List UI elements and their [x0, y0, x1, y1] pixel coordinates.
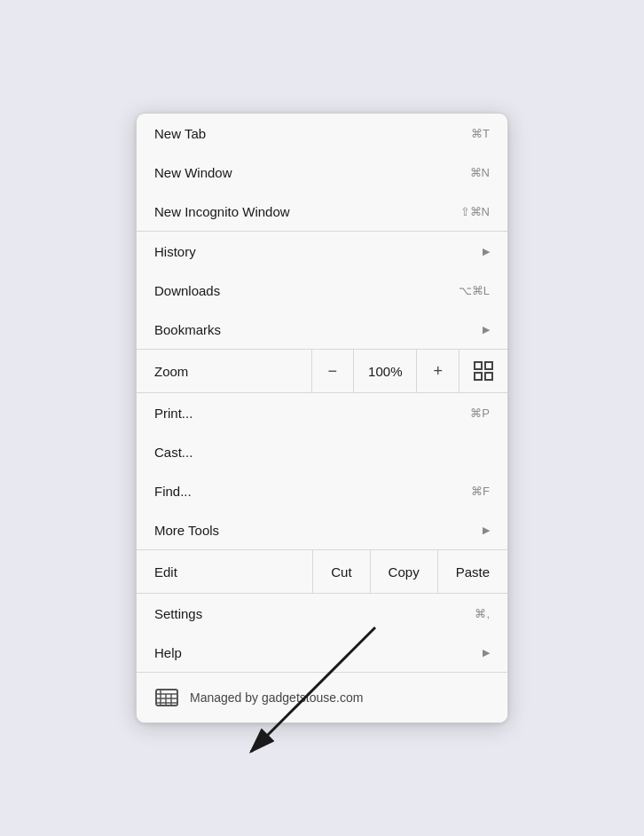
- section-nav: History ▶ Downloads ⌥⌘L Bookmarks ▶: [137, 232, 507, 350]
- menu-item-new-tab[interactable]: New Tab ⌘T: [137, 114, 507, 153]
- zoom-fullscreen-button[interactable]: [459, 350, 507, 392]
- fullscreen-icon: [474, 361, 493, 381]
- help-label: Help: [154, 645, 182, 660]
- menu-item-downloads[interactable]: Downloads ⌥⌘L: [137, 271, 507, 310]
- zoom-value: 100%: [354, 350, 417, 392]
- cast-label: Cast...: [154, 445, 192, 460]
- copy-button[interactable]: Copy: [371, 550, 438, 593]
- menu-item-new-incognito[interactable]: New Incognito Window ⇧⌘N: [137, 192, 507, 231]
- settings-shortcut: ⌘,: [475, 607, 490, 620]
- zoom-label[interactable]: Zoom: [137, 350, 312, 392]
- managed-icon: [154, 685, 179, 710]
- print-shortcut: ⌘P: [470, 406, 490, 420]
- new-window-shortcut: ⌘N: [470, 166, 490, 179]
- history-arrow-icon: ▶: [483, 246, 490, 257]
- history-label: History: [154, 244, 196, 259]
- more-tools-label: More Tools: [154, 523, 219, 538]
- menu-item-settings[interactable]: Settings ⌘,: [137, 594, 507, 633]
- menu-item-history[interactable]: History ▶: [137, 232, 507, 271]
- svg-rect-3: [485, 373, 492, 380]
- menu-item-cast[interactable]: Cast...: [137, 432, 507, 471]
- menu-item-new-window[interactable]: New Window ⌘N: [137, 153, 507, 192]
- menu-item-more-tools[interactable]: More Tools ▶: [137, 510, 507, 549]
- new-incognito-label: New Incognito Window: [154, 204, 290, 219]
- find-shortcut: ⌘F: [471, 485, 490, 498]
- svg-rect-0: [475, 362, 482, 369]
- edit-label[interactable]: Edit: [137, 550, 313, 593]
- downloads-label: Downloads: [154, 283, 220, 298]
- managed-text: Managed by gadgetstouse.com: [190, 690, 363, 705]
- section-new: New Tab ⌘T New Window ⌘N New Incognito W…: [137, 114, 507, 232]
- cut-button[interactable]: Cut: [313, 550, 370, 593]
- edit-row: Edit Cut Copy Paste: [137, 550, 507, 594]
- managed-row: Managed by gadgetstouse.com: [137, 673, 507, 722]
- menu-item-print[interactable]: Print... ⌘P: [137, 393, 507, 432]
- menu-item-help[interactable]: Help ▶: [137, 633, 507, 672]
- print-label: Print...: [154, 406, 192, 421]
- new-tab-label: New Tab: [154, 126, 206, 141]
- bookmarks-label: Bookmarks: [154, 322, 221, 337]
- settings-label: Settings: [154, 606, 202, 621]
- find-label: Find...: [154, 484, 192, 499]
- svg-rect-2: [475, 373, 482, 380]
- new-incognito-shortcut: ⇧⌘N: [460, 205, 490, 218]
- zoom-minus-button[interactable]: −: [312, 350, 355, 392]
- menu-item-bookmarks[interactable]: Bookmarks ▶: [137, 310, 507, 349]
- chrome-menu: New Tab ⌘T New Window ⌘N New Incognito W…: [136, 113, 508, 723]
- downloads-shortcut: ⌥⌘L: [459, 284, 490, 297]
- zoom-plus-button[interactable]: +: [417, 350, 459, 392]
- paste-button[interactable]: Paste: [438, 550, 507, 593]
- section-settings: Settings ⌘, Help ▶: [137, 594, 507, 673]
- help-arrow-icon: ▶: [483, 647, 490, 659]
- bookmarks-arrow-icon: ▶: [483, 324, 490, 335]
- zoom-row: Zoom − 100% +: [137, 350, 507, 393]
- new-window-label: New Window: [154, 165, 232, 180]
- more-tools-arrow-icon: ▶: [483, 524, 490, 536]
- section-tools: Print... ⌘P Cast... Find... ⌘F More Tool…: [137, 393, 507, 550]
- new-tab-shortcut: ⌘T: [471, 127, 490, 140]
- svg-rect-1: [485, 362, 492, 369]
- menu-item-find[interactable]: Find... ⌘F: [137, 471, 507, 510]
